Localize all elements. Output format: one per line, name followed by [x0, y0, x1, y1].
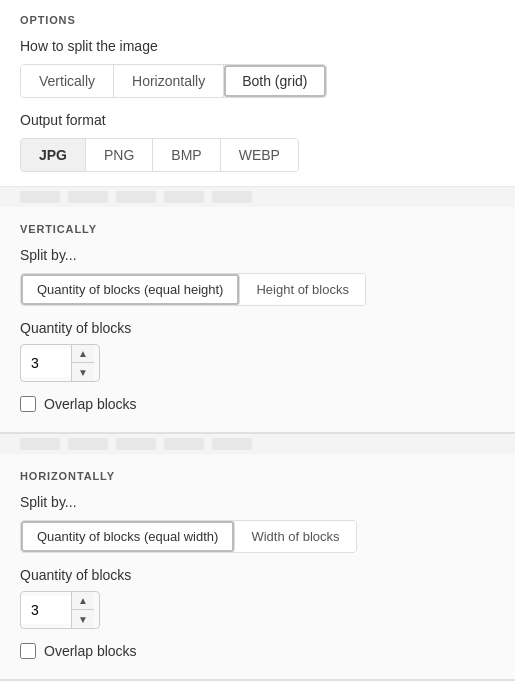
- output-format-label: Output format: [20, 112, 495, 128]
- horizontally-overlap-label: Overlap blocks: [44, 643, 137, 659]
- vertically-increment-button[interactable]: ▲: [72, 345, 94, 363]
- output-format-group: JPG PNG BMP WEBP: [20, 138, 299, 172]
- horizontally-spinner-buttons: ▲ ▼: [71, 592, 94, 628]
- horizontally-quantity-spinner: ▲ ▼: [20, 591, 100, 629]
- horizontally-quantity-button[interactable]: Quantity of blocks (equal width): [21, 521, 235, 552]
- horizontally-quantity-input[interactable]: [21, 596, 71, 624]
- vertically-quantity-spinner: ▲ ▼: [20, 344, 100, 382]
- vertically-spinner-buttons: ▲ ▼: [71, 345, 94, 381]
- vertically-quantity-input[interactable]: [21, 349, 71, 377]
- options-section: OPTIONS How to split the image Verticall…: [0, 0, 515, 187]
- vertically-quantity-row: Quantity of blocks ▲ ▼: [20, 320, 495, 382]
- horizontally-overlap-checkbox[interactable]: [20, 643, 36, 659]
- horizontally-quantity-row: Quantity of blocks ▲ ▼: [20, 567, 495, 629]
- horizontally-split-by-label: Split by...: [20, 494, 495, 510]
- vertically-quantity-button[interactable]: Quantity of blocks (equal height): [21, 274, 240, 305]
- vertically-decrement-button[interactable]: ▼: [72, 363, 94, 381]
- horizontally-width-button[interactable]: Width of blocks: [235, 521, 355, 552]
- vertically-quantity-label: Quantity of blocks: [20, 320, 495, 336]
- horizontally-overlap-row: Overlap blocks: [20, 643, 495, 659]
- format-png-button[interactable]: PNG: [86, 139, 153, 171]
- vertically-overlap-label: Overlap blocks: [44, 396, 137, 412]
- vertically-overlap-row: Overlap blocks: [20, 396, 495, 412]
- options-title: OPTIONS: [20, 14, 495, 26]
- format-webp-button[interactable]: WEBP: [221, 139, 298, 171]
- vertically-overlap-checkbox[interactable]: [20, 396, 36, 412]
- vertically-section: VERTICALLY Split by... Quantity of block…: [0, 207, 515, 434]
- horizontally-split-by-group: Quantity of blocks (equal width) Width o…: [20, 520, 357, 553]
- vertically-split-by-label: Split by...: [20, 247, 495, 263]
- horizontally-section: HORIZONTALLY Split by... Quantity of blo…: [0, 454, 515, 681]
- split-horizontally-button[interactable]: Horizontally: [114, 65, 224, 97]
- split-vertically-button[interactable]: Vertically: [21, 65, 114, 97]
- horizontally-title: HORIZONTALLY: [20, 470, 495, 482]
- format-bmp-button[interactable]: BMP: [153, 139, 220, 171]
- split-image-label: How to split the image: [20, 38, 495, 54]
- vertically-height-button[interactable]: Height of blocks: [240, 274, 365, 305]
- horizontally-quantity-label: Quantity of blocks: [20, 567, 495, 583]
- format-jpg-button[interactable]: JPG: [21, 139, 86, 171]
- split-method-group: Vertically Horizontally Both (grid): [20, 64, 327, 98]
- vertically-split-by-group: Quantity of blocks (equal height) Height…: [20, 273, 366, 306]
- vertically-title: VERTICALLY: [20, 223, 495, 235]
- horizontally-decrement-button[interactable]: ▼: [72, 610, 94, 628]
- split-both-button[interactable]: Both (grid): [224, 65, 325, 97]
- horizontally-increment-button[interactable]: ▲: [72, 592, 94, 610]
